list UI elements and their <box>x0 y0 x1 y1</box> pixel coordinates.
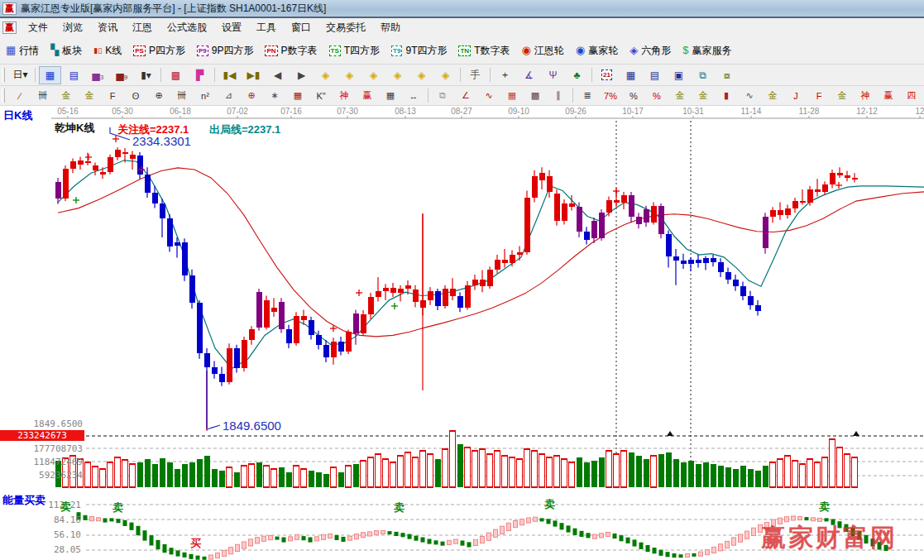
candle-style-button[interactable]: ▮▾ <box>135 66 157 84</box>
grid-dark-button[interactable]: ▩ <box>524 87 546 105</box>
notes-button[interactable]: ▤ <box>644 66 666 84</box>
hexagon-button[interactable]: ◈六角形 <box>624 44 677 58</box>
k-note-button[interactable]: K" <box>310 87 332 105</box>
grid-box-red-button[interactable]: ▦ <box>287 87 309 105</box>
gann-left-button[interactable]: ◈ <box>314 66 337 84</box>
menu-帮助[interactable]: 帮助 <box>373 19 408 36</box>
9p-square-button[interactable]: P99P四方形 <box>191 44 259 58</box>
kline-button[interactable]: ▮▯K线 <box>88 44 127 58</box>
price-levels-button[interactable]: ≣ <box>577 87 598 105</box>
angle-tool-button[interactable]: ∡ <box>518 66 540 84</box>
p-square-button[interactable]: PSP四方形 <box>127 44 191 58</box>
gold-grid-button[interactable]: 金 <box>762 87 783 105</box>
gold-levels-button[interactable]: 金 <box>692 87 714 105</box>
remote-pc-button[interactable]: ⧇ <box>716 66 738 84</box>
zigzag-line-button[interactable]: ∿ <box>478 87 500 105</box>
star-grid-button[interactable]: ∗ <box>264 87 285 105</box>
menu-窗口[interactable]: 窗口 <box>284 19 318 36</box>
span-arrow-button[interactable]: ↔ <box>403 87 424 105</box>
menu-浏览[interactable]: 浏览 <box>55 19 90 36</box>
bars-3-button[interactable]: ▅₃ <box>87 66 109 84</box>
gold-fan-button[interactable]: 金 <box>831 87 853 105</box>
pattern-grid-button[interactable]: ▩ <box>165 66 187 84</box>
shen-tool-button[interactable]: 神 <box>333 87 355 105</box>
gann-compress-button[interactable]: ◈ <box>410 66 433 84</box>
menu-交易委托[interactable]: 交易委托 <box>318 19 373 36</box>
menu-工具[interactable]: 工具 <box>249 19 284 36</box>
t-table-button[interactable]: TNT数字表 <box>452 44 515 58</box>
flag-angle-button[interactable]: ⊿ <box>218 87 239 105</box>
crosshair-tool-button[interactable]: ＋ <box>494 66 516 84</box>
compass-pen-button[interactable]: ∕ <box>9 87 31 105</box>
indicator-bar-up <box>706 550 710 555</box>
quotes-button[interactable]: ▦行情 <box>0 44 45 58</box>
gold-ruler-b-button[interactable]: 金 <box>79 87 100 105</box>
indicator-bar-up <box>520 519 524 525</box>
hand-tool-button[interactable]: 手 <box>464 66 486 84</box>
net-view-button[interactable]: ▦ <box>39 66 61 84</box>
toolbar-grip[interactable] <box>2 68 5 82</box>
volume-bar-down <box>145 459 151 487</box>
sectors-button[interactable]: ▚板块 <box>45 44 88 58</box>
note-view-button[interactable]: ▤ <box>63 66 85 84</box>
9t-square-button[interactable]: T99T四方形 <box>385 44 452 58</box>
frame-box-button[interactable]: ⧉ <box>432 87 453 105</box>
parallel-lines-button[interactable]: ∥ <box>548 87 569 105</box>
chart-canvas[interactable]: 05-1605-3006-1807-0207-1607-3008-1308-27… <box>0 106 924 560</box>
ying-tool-button[interactable]: 赢 <box>357 87 378 105</box>
winner-service-button[interactable]: $赢家服务 <box>677 44 737 58</box>
gann-shape-tool-button[interactable]: Ψ <box>542 66 564 84</box>
grid-red-button[interactable]: ▦ <box>501 87 523 105</box>
menu-设置[interactable]: 设置 <box>214 19 249 36</box>
ruler-ticks2-button[interactable]: 卌 <box>171 87 193 105</box>
percent-line-button[interactable]: % <box>646 87 668 105</box>
menu-江恩[interactable]: 江恩 <box>125 19 160 36</box>
wave-levels-button[interactable]: ∿ <box>739 87 760 105</box>
jump-first-button[interactable]: ▮◀ <box>218 66 241 84</box>
gann-horizontal-button[interactable]: ◈ <box>362 66 385 84</box>
grid-123-button[interactable]: ▦ <box>380 87 401 105</box>
gann-right-button[interactable]: ◈ <box>338 66 361 84</box>
percent-7-button[interactable]: 7% <box>600 87 621 105</box>
gann-all-button[interactable]: ◈ <box>434 66 457 84</box>
menu-文件[interactable]: 文件 <box>21 19 55 36</box>
menu-公式选股[interactable]: 公式选股 <box>160 19 214 36</box>
net-pc-button[interactable]: ⧉ <box>692 66 714 84</box>
save-button[interactable]: ▣ <box>668 66 690 84</box>
indicator-bar-down <box>401 533 405 537</box>
page-next-button[interactable]: ▶ <box>290 66 313 84</box>
pattern-tool-button[interactable]: ♣ <box>566 66 588 84</box>
candle-marker-button[interactable]: ▮ <box>716 87 737 105</box>
circle-target-button[interactable]: ⊕ <box>241 87 262 105</box>
f-angles-button[interactable]: F <box>808 87 830 105</box>
four-gate-button[interactable]: 四 <box>901 87 922 105</box>
jump-last-button[interactable]: ▶▮ <box>242 66 265 84</box>
gann-expand-button[interactable]: ◈ <box>386 66 409 84</box>
gold-ruler-a-button[interactable]: 金 <box>55 87 77 105</box>
shen-fan-button[interactable]: 神 <box>855 87 876 105</box>
spiral-tool-button[interactable]: ʘ <box>125 87 146 105</box>
ying-fan-button[interactable]: 赢 <box>878 87 899 105</box>
gann-wheel-button[interactable]: ◉江恩轮 <box>515 44 569 58</box>
j-angles-icon: J <box>793 91 798 101</box>
percent-plain-button[interactable]: % <box>623 87 644 105</box>
n-square-ruler-button[interactable]: n² <box>194 87 216 105</box>
candles-group <box>55 147 858 428</box>
toolbar-grip[interactable] <box>2 89 5 103</box>
fan-lines-button[interactable]: ∠ <box>455 87 476 105</box>
p-table-button[interactable]: PNP数字表 <box>259 44 323 58</box>
t-square-button[interactable]: TST四方形 <box>323 44 386 58</box>
calendar-button[interactable]: 21 <box>596 66 618 84</box>
ruler-ticks-button[interactable]: 卌 <box>32 87 54 105</box>
gold-circle-button[interactable]: 金 <box>669 87 691 105</box>
bars-9-button[interactable]: ▅₉ <box>111 66 133 84</box>
f-ruler-button[interactable]: F <box>102 87 123 105</box>
calculator-button[interactable]: ▦ <box>620 66 642 84</box>
page-prev-button[interactable]: ◀ <box>266 66 289 84</box>
profile-flag-button[interactable]: ▛ <box>189 66 211 84</box>
compass-circle-button[interactable]: ⊕ <box>148 87 170 105</box>
menu-资讯[interactable]: 资讯 <box>90 19 125 36</box>
winner-wheel-button[interactable]: ◉赢家轮 <box>570 44 624 58</box>
period-day-button[interactable]: 日▾ <box>9 66 31 84</box>
j-angles-button[interactable]: J <box>785 87 807 105</box>
